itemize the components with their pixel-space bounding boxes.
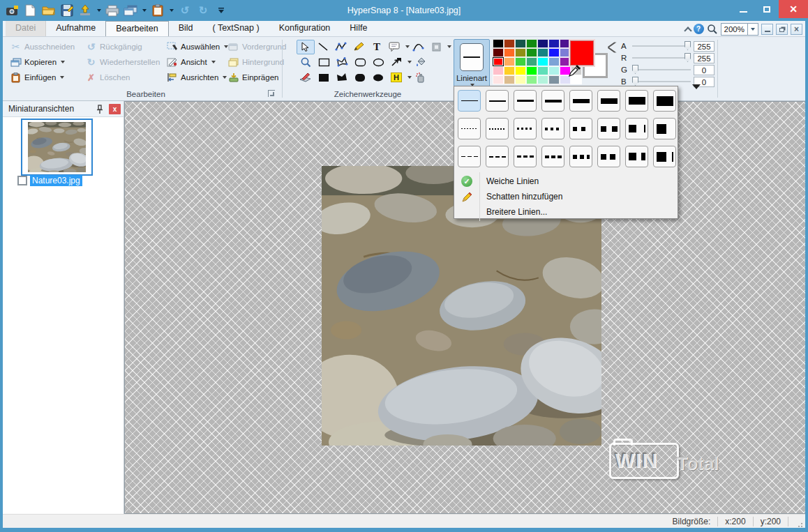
palette-swatch[interactable]: [526, 57, 537, 66]
line-style-dotted-4[interactable]: [541, 118, 564, 139]
line-style-dashed-5[interactable]: [569, 146, 592, 167]
palette-swatch[interactable]: [548, 39, 560, 48]
line-style-dotted-3[interactable]: [514, 118, 537, 139]
green-value-field[interactable]: 0: [694, 65, 715, 75]
line-style-dotted-1[interactable]: [458, 118, 481, 139]
palette-swatch[interactable]: [515, 48, 526, 57]
print-icon[interactable]: [105, 3, 119, 17]
line-style-dotted-8[interactable]: [653, 118, 676, 139]
palette-swatch[interactable]: [515, 66, 526, 75]
menu-item-weiche-linien[interactable]: ✓ Weiche Linien: [454, 174, 678, 189]
spray-tool[interactable]: [412, 70, 430, 85]
filled-rectangle-tool[interactable]: [315, 70, 333, 85]
tab-konfiguration[interactable]: Konfiguration: [269, 21, 341, 36]
polyline-tool[interactable]: [332, 40, 350, 54]
kopieren-button[interactable]: Kopieren: [10, 55, 65, 69]
pin-icon[interactable]: [95, 104, 105, 114]
line-style-dashed-8[interactable]: [653, 146, 676, 167]
undo-icon[interactable]: ↺: [178, 3, 192, 17]
palette-swatch[interactable]: [548, 48, 560, 57]
rueckgaengig-button[interactable]: ↺ Rückgängig: [85, 40, 142, 54]
thumbnail-selected-frame[interactable]: [21, 119, 93, 176]
line-style-solid-4[interactable]: [541, 90, 564, 112]
line-style-solid-2[interactable]: [486, 90, 509, 112]
line-style-dotted-6[interactable]: [597, 118, 620, 139]
rounded-rect-tool[interactable]: [351, 55, 369, 70]
line-style-solid-5[interactable]: [569, 90, 592, 112]
tab-aufnahme[interactable]: Aufnahme: [46, 21, 105, 36]
eyedropper-icon[interactable]: [568, 65, 581, 77]
palette-swatch[interactable]: [504, 39, 515, 48]
palette-swatch[interactable]: [548, 75, 560, 84]
palette-swatch[interactable]: [537, 48, 548, 57]
line-style-dashed-6[interactable]: [597, 146, 620, 167]
einpraegen-button[interactable]: Einprägen: [227, 70, 278, 84]
rectangle-tool[interactable]: [315, 55, 333, 70]
textsnap-capture-tool[interactable]: [297, 70, 315, 85]
panel-close-button[interactable]: x: [109, 104, 121, 114]
palette-swatch[interactable]: [548, 66, 560, 75]
app-camera-icon[interactable]: [6, 3, 20, 17]
palette-swatch[interactable]: [493, 39, 504, 48]
vordergrund-button[interactable]: Vordergrund: [227, 40, 286, 54]
palette-swatch[interactable]: [526, 66, 537, 75]
shape-style-dropdown-arrow-icon[interactable]: [445, 45, 451, 48]
palette-swatch[interactable]: [504, 75, 515, 84]
palette-swatch[interactable]: [493, 66, 504, 75]
export-icon[interactable]: [78, 3, 92, 17]
line-style-solid-8[interactable]: [653, 90, 676, 112]
line-style-dotted-7[interactable]: [625, 118, 648, 139]
line-style-dotted-2[interactable]: [486, 118, 509, 139]
arrow-dropdown-arrow-icon[interactable]: [405, 61, 412, 63]
auswaehlen-button[interactable]: Auswählen: [166, 40, 228, 54]
more-colors-arrow-icon[interactable]: [692, 84, 701, 89]
shape-style-tool[interactable]: [428, 40, 446, 54]
hintergrund-button[interactable]: Hintergrund: [227, 55, 284, 69]
new-file-icon[interactable]: [24, 3, 38, 17]
tab-textsnap[interactable]: ( TextSnap ): [202, 21, 269, 36]
select-tool[interactable]: [297, 40, 315, 54]
green-slider[interactable]: [632, 69, 691, 70]
line-style-dotted-5[interactable]: [569, 118, 592, 139]
red-value-field[interactable]: 255: [694, 53, 715, 63]
magnifier-tool[interactable]: [297, 55, 315, 70]
menu-item-schatten-hinzufuegen[interactable]: Schatten hinzufügen: [454, 189, 678, 204]
filled-rounded-rect-tool[interactable]: [351, 70, 369, 85]
palette-swatch[interactable]: [493, 48, 504, 57]
ellipse-tool[interactable]: [369, 55, 387, 70]
ansicht-button[interactable]: Ansicht: [166, 55, 216, 69]
highlight-tool[interactable]: H: [387, 70, 405, 85]
text-tool[interactable]: T: [368, 40, 386, 54]
blue-slider[interactable]: [632, 81, 691, 82]
copy-window-icon[interactable]: [124, 3, 137, 17]
palette-swatch[interactable]: [537, 75, 548, 84]
palette-collapse-arrow-icon[interactable]: [609, 43, 616, 52]
line-tool[interactable]: [315, 40, 333, 54]
palette-swatch[interactable]: [526, 48, 537, 57]
line-style-solid-7[interactable]: [625, 90, 648, 112]
paste-dropdown-arrow-icon[interactable]: [170, 9, 174, 12]
help-icon[interactable]: ?: [694, 24, 704, 34]
minimize-button[interactable]: [731, 0, 755, 18]
tab-datei[interactable]: Datei: [6, 21, 46, 36]
doc-minimize-button[interactable]: [761, 24, 773, 35]
polygon-tool[interactable]: [333, 55, 351, 70]
palette-swatch[interactable]: [504, 57, 515, 66]
filled-ellipse-tool[interactable]: [369, 70, 387, 85]
callout-dropdown-arrow-icon[interactable]: [403, 45, 410, 48]
resize-grip[interactable]: [795, 520, 802, 527]
palette-swatch[interactable]: [560, 39, 571, 48]
maximize-button[interactable]: [755, 0, 779, 18]
foreground-color-box[interactable]: [570, 40, 594, 66]
edit-group-dialog-launcher-icon[interactable]: [268, 90, 275, 97]
line-style-dashed-2[interactable]: [486, 146, 509, 167]
copy-dropdown-arrow-icon[interactable]: [142, 9, 147, 12]
pencil-tool[interactable]: [350, 40, 368, 54]
alpha-value-field[interactable]: 255: [694, 41, 715, 52]
wiederherstellen-button[interactable]: ↻ Wiederherstellen: [85, 55, 160, 69]
open-folder-icon[interactable]: [42, 3, 56, 17]
palette-swatch[interactable]: [526, 75, 537, 84]
palette-swatch[interactable]: [548, 57, 560, 66]
close-button[interactable]: ✕: [779, 0, 808, 18]
ausschneiden-button[interactable]: ✂ Ausschneiden: [10, 40, 75, 54]
